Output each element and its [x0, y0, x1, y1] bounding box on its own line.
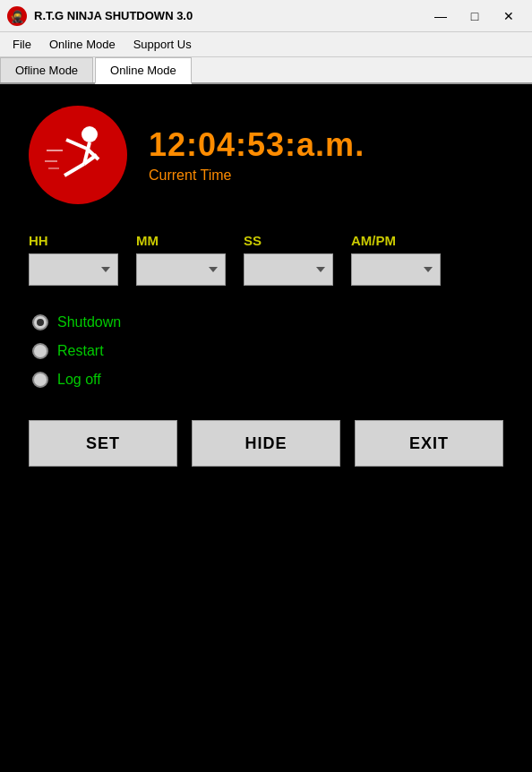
- menu-item-online-mode[interactable]: Online Mode: [40, 34, 124, 55]
- app-icon: 🥷: [7, 6, 27, 26]
- radio-item-restart[interactable]: Restart: [32, 343, 121, 359]
- minimize-button[interactable]: —: [425, 4, 457, 29]
- svg-line-6: [64, 164, 84, 176]
- radio-circle-logoff: [32, 372, 48, 388]
- hide-button[interactable]: HIDE: [192, 420, 340, 467]
- title-bar: 🥷 R.T.G NINJA SHUTDOWN 3.0 — □ ✕: [0, 0, 532, 32]
- svg-point-2: [82, 126, 98, 142]
- set-button[interactable]: SET: [29, 420, 177, 467]
- radio-circle-restart: [32, 343, 48, 359]
- dropdown-group-hh: HH: [29, 233, 118, 286]
- menu-item-support-us[interactable]: Support Us: [124, 34, 201, 55]
- main-content: 12:04:53:a.m. Current Time HH MM SS AM/P…: [0, 84, 532, 772]
- time-display: 12:04:53:a.m.: [149, 126, 365, 164]
- radio-label-restart: Restart: [57, 343, 104, 359]
- app-title: R.T.G NINJA SHUTDOWN 3.0: [34, 9, 193, 22]
- menu-bar: File Online Mode Support Us: [0, 32, 532, 57]
- radio-circle-shutdown: [32, 314, 48, 330]
- dropdown-mm[interactable]: [136, 253, 226, 286]
- svg-text:🥷: 🥷: [10, 9, 25, 24]
- tab-offline-mode[interactable]: Ofline Mode: [0, 57, 93, 82]
- radio-item-logoff[interactable]: Log off: [32, 372, 121, 388]
- buttons-section: SET HIDE EXIT: [29, 420, 503, 467]
- radio-section: Shutdown Restart Log off: [29, 314, 121, 388]
- dropdown-group-ss: SS: [244, 233, 333, 286]
- maximize-button[interactable]: □: [459, 4, 491, 29]
- menu-item-file[interactable]: File: [4, 34, 40, 55]
- dropdown-group-mm: MM: [136, 233, 226, 286]
- radio-label-shutdown: Shutdown: [57, 314, 121, 330]
- ninja-svg: [38, 115, 118, 195]
- time-section: 12:04:53:a.m. Current Time: [149, 126, 365, 184]
- dropdown-group-ampm: AM/PM: [351, 233, 441, 286]
- header-section: 12:04:53:a.m. Current Time: [29, 106, 503, 204]
- dropdowns-section: HH MM SS AM/PM: [29, 233, 503, 286]
- svg-line-4: [66, 140, 87, 149]
- dropdown-label-ampm: AM/PM: [351, 233, 396, 248]
- radio-item-shutdown[interactable]: Shutdown: [32, 314, 121, 330]
- tab-bar: Ofline Mode Online Mode: [0, 57, 532, 84]
- dropdown-label-mm: MM: [136, 233, 159, 248]
- dropdown-ampm[interactable]: [351, 253, 441, 286]
- ninja-logo: [29, 106, 127, 204]
- title-bar-controls: — □ ✕: [425, 4, 525, 29]
- dropdown-label-ss: SS: [244, 233, 262, 248]
- radio-label-logoff: Log off: [57, 372, 101, 388]
- close-button[interactable]: ✕: [493, 4, 525, 29]
- title-bar-left: 🥷 R.T.G NINJA SHUTDOWN 3.0: [7, 6, 193, 26]
- time-label: Current Time: [149, 167, 365, 184]
- dropdown-label-hh: HH: [29, 233, 48, 248]
- dropdown-hh[interactable]: [29, 253, 118, 286]
- dropdown-ss[interactable]: [244, 253, 333, 286]
- tab-online-mode[interactable]: Online Mode: [95, 57, 192, 84]
- exit-button[interactable]: EXIT: [355, 420, 503, 467]
